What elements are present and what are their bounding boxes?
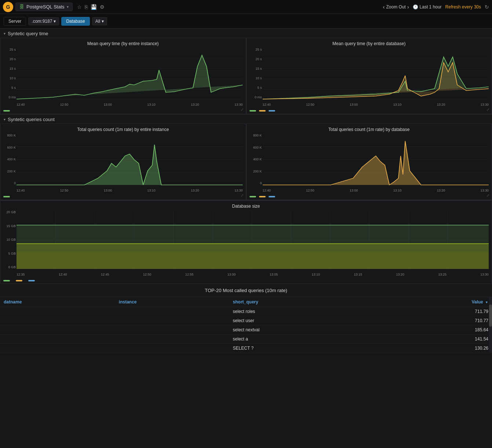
legend-green5 bbox=[3, 280, 10, 281]
db-size-title: Database size bbox=[3, 204, 489, 209]
legend-yellow2 bbox=[259, 110, 266, 112]
legend-blue5 bbox=[28, 280, 35, 281]
section1-charts: Mean query time (by entire instance) 25 … bbox=[0, 38, 492, 114]
cell-value-2: 710.77 bbox=[383, 316, 492, 325]
chart3-legend bbox=[3, 192, 243, 198]
all-dropdown[interactable]: All ▾ bbox=[92, 17, 107, 25]
db-size-legend bbox=[3, 276, 489, 282]
cell-instance-4 bbox=[115, 335, 229, 344]
section2-header[interactable]: ▾ Syntetic queries count bbox=[0, 114, 492, 124]
table-scrollbar[interactable] bbox=[489, 297, 492, 353]
chart1-expand-icon[interactable]: ⤢ bbox=[241, 108, 244, 112]
table-row: select nextval 185.64 bbox=[0, 325, 492, 335]
col-value-label: Value bbox=[471, 299, 483, 305]
chevron-down-icon: ▾ bbox=[67, 5, 69, 9]
table-row: select user 710.77 bbox=[0, 316, 492, 325]
dashboard-icon: 🗄 bbox=[19, 4, 24, 10]
chart2-area: 25 s 20 s 15 s 10 s 5 s 0 ms 12:40 bbox=[249, 48, 489, 106]
save-icon[interactable]: 💾 bbox=[91, 4, 97, 10]
refresh-icon[interactable]: ↻ bbox=[485, 4, 489, 10]
chart-mean-query-database: Mean query time (by entire database) 25 … bbox=[246, 38, 492, 114]
chart4-legend bbox=[249, 192, 489, 198]
legend-blue2 bbox=[269, 110, 275, 112]
chart3-area: 800 K 600 K 400 K 200 K 0 12:40 12:50 13… bbox=[3, 134, 243, 192]
topbar-actions: ☆ ⎘ 💾 ⚙ bbox=[77, 4, 105, 10]
top-queries-table: datname instance short_query Value ▼ bbox=[0, 297, 492, 353]
filterbar: Server .com:9187 ▾ Database All ▾ bbox=[0, 14, 492, 29]
cell-value-4: 141.54 bbox=[383, 335, 492, 344]
share-icon[interactable]: ⎘ bbox=[85, 4, 88, 10]
all-label: All bbox=[95, 19, 100, 24]
chart2-title: Mean query time (by entire database) bbox=[249, 41, 489, 46]
logo-text: G bbox=[6, 4, 10, 10]
chart2-expand-icon[interactable]: ⤢ bbox=[486, 108, 489, 112]
chart3-x-axis: 12:40 12:50 13:00 13:10 13:20 13:30 bbox=[17, 189, 243, 192]
dashboard-title-label: PostgreSQL Stats bbox=[26, 4, 65, 10]
chart1-y-axis: 25 s 20 s 15 s 10 s 5 s 0 ms bbox=[3, 48, 17, 99]
cell-datname-2 bbox=[0, 316, 115, 325]
zoom-controls: ‹ Zoom Out › bbox=[383, 4, 409, 10]
chart1-svg bbox=[17, 48, 243, 100]
cell-query-1: select roles bbox=[229, 307, 383, 316]
cell-datname-1 bbox=[0, 307, 115, 316]
col-datname-label: datname bbox=[4, 299, 22, 305]
topbar-right: ‹ Zoom Out › 🕐 Last 1 hour Refresh every… bbox=[383, 4, 489, 10]
chart4-expand-icon[interactable]: ⤢ bbox=[486, 193, 489, 197]
legend-yellow5 bbox=[16, 280, 22, 281]
chart4-area: 800 K 600 K 400 K 200 K 0 12:40 12:50 13… bbox=[249, 134, 489, 192]
refresh-label[interactable]: Refresh every 30s bbox=[445, 4, 481, 10]
legend-green2 bbox=[249, 110, 256, 112]
time-range-picker[interactable]: 🕐 Last 1 hour bbox=[413, 4, 442, 10]
col-instance[interactable]: instance bbox=[115, 297, 229, 307]
db-size-y-axis: 20 GB 15 GB 10 GB 5 GB 0 GB bbox=[3, 210, 17, 269]
grafana-logo[interactable]: G bbox=[3, 2, 13, 12]
chart3-y-axis: 800 K 600 K 400 K 200 K 0 bbox=[3, 134, 17, 185]
svg-marker-42 bbox=[17, 252, 489, 269]
chart4-x-axis: 12:40 12:50 13:00 13:10 13:20 13:30 bbox=[263, 189, 489, 192]
server-dropdown[interactable]: .com:9187 ▾ bbox=[28, 17, 59, 25]
cell-value-3: 185.64 bbox=[383, 325, 492, 335]
cell-query-5: SELECT ? bbox=[229, 344, 383, 353]
chart1-legend bbox=[3, 106, 243, 112]
table-header-row: datname instance short_query Value ▼ bbox=[0, 297, 492, 307]
col-short-query-label: short_query bbox=[233, 299, 258, 305]
cell-value-1: 711.79 bbox=[383, 307, 492, 316]
table-row: select roles 711.79 bbox=[0, 307, 492, 316]
chart-total-queries-database: Total queries count (1m rate) by databas… bbox=[246, 124, 492, 200]
settings-icon[interactable]: ⚙ bbox=[100, 4, 105, 10]
all-chevron-icon: ▾ bbox=[102, 19, 104, 24]
table-body: select roles 711.79 select user 710.77 s… bbox=[0, 307, 492, 353]
chart4-svg bbox=[263, 134, 489, 186]
dashboard-title-btn[interactable]: 🗄 PostgreSQL Stats ▾ bbox=[15, 3, 73, 11]
cell-datname-5 bbox=[0, 344, 115, 353]
table-row: SELECT ? 130.26 bbox=[0, 344, 492, 353]
legend-green3 bbox=[3, 196, 10, 197]
section1-collapse-icon: ▾ bbox=[4, 32, 6, 36]
chart4-title: Total queries count (1m rate) by databas… bbox=[249, 127, 489, 132]
chart3-expand-icon[interactable]: ⤢ bbox=[241, 193, 244, 197]
section2-charts: Total queries count (1m rate) by entire … bbox=[0, 124, 492, 200]
section1-header[interactable]: ▾ Syntetic query time bbox=[0, 29, 492, 38]
chart2-x-axis: 12:40 12:50 13:00 13:10 13:20 13:30 bbox=[263, 103, 489, 106]
zoom-back-btn[interactable]: ‹ bbox=[383, 4, 385, 10]
server-btn[interactable]: Server bbox=[4, 17, 26, 26]
table-scrollbar-thumb[interactable] bbox=[489, 305, 492, 327]
zoom-out-btn[interactable]: Zoom Out bbox=[386, 4, 406, 10]
star-icon[interactable]: ☆ bbox=[77, 4, 82, 10]
legend-green bbox=[3, 110, 10, 112]
col-value[interactable]: Value ▼ bbox=[383, 297, 492, 307]
legend-yellow4 bbox=[259, 196, 266, 197]
chart3-svg bbox=[17, 134, 243, 186]
zoom-forward-btn[interactable]: › bbox=[407, 4, 409, 10]
chart3-title: Total queries count (1m rate) by entire … bbox=[3, 127, 243, 132]
col-short-query[interactable]: short_query bbox=[229, 297, 383, 307]
chart-total-queries-instance: Total queries count (1m rate) by entire … bbox=[0, 124, 246, 200]
topbar: G 🗄 PostgreSQL Stats ▾ ☆ ⎘ 💾 ⚙ ‹ Zoom Ou… bbox=[0, 0, 492, 14]
server-chevron-icon: ▾ bbox=[54, 19, 56, 24]
cell-datname-4 bbox=[0, 335, 115, 344]
database-btn[interactable]: Database bbox=[61, 17, 90, 26]
chart2-y-axis: 25 s 20 s 15 s 10 s 5 s 0 ms bbox=[249, 48, 263, 99]
col-datname[interactable]: datname bbox=[0, 297, 115, 307]
db-size-panel: Database size 20 GB 15 GB 10 GB 5 GB 0 G… bbox=[0, 200, 492, 284]
cell-query-4: select a bbox=[229, 335, 383, 344]
